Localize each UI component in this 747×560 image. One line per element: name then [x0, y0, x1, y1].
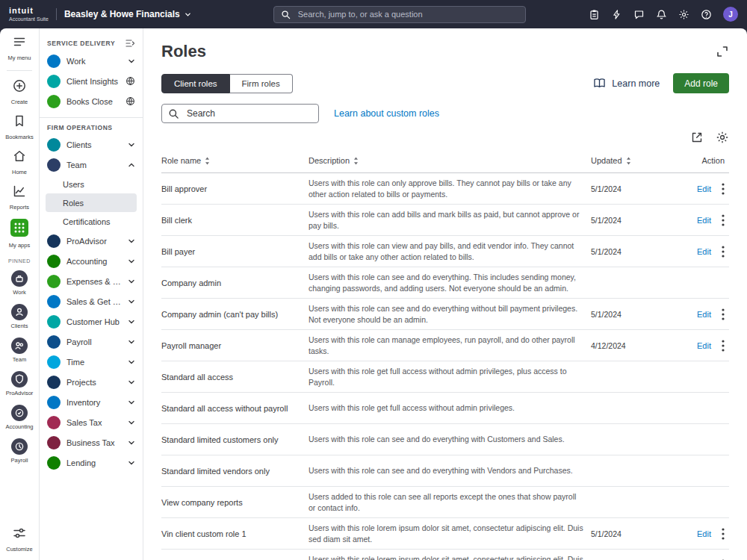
sidebar-item-sales-get-paid[interactable]: Sales & Get Paid: [40, 291, 143, 311]
add-role-button[interactable]: Add role: [673, 73, 729, 93]
rail-pinned-work[interactable]: Work: [11, 270, 28, 296]
tab-firm-roles[interactable]: Firm roles: [230, 74, 293, 93]
clipboard-icon[interactable]: [589, 9, 600, 20]
gear-icon[interactable]: [678, 9, 689, 20]
chevron-down-icon: [128, 141, 135, 149]
learn-more-link[interactable]: Learn more: [592, 78, 660, 89]
help-icon[interactable]: [701, 9, 712, 20]
chevron-down-icon: [185, 11, 191, 18]
suite-label: Accountant Suite: [9, 16, 49, 22]
sidebar-item-icon: [47, 138, 61, 152]
sidebar-item-projects[interactable]: Projects: [40, 372, 143, 392]
rail-item-label: Work: [13, 289, 25, 296]
rail-pinned-accounting[interactable]: Accounting: [5, 405, 33, 430]
sidebar-item-sales-tax[interactable]: Sales Tax: [40, 412, 143, 432]
rail-pinned-team[interactable]: Team: [11, 337, 28, 363]
kebab-menu-icon[interactable]: [722, 308, 725, 320]
gear-icon[interactable]: [716, 131, 729, 144]
topbar: intuit Accountant Suite Beasley & Howe F…: [0, 0, 747, 28]
rail-divider: [7, 70, 32, 71]
sort-icon[interactable]: [626, 157, 631, 165]
rail-item-create[interactable]: Create: [11, 78, 28, 105]
table-row: View company reports Users added to this…: [161, 487, 729, 518]
sidebar-item-clients[interactable]: Clients: [40, 134, 143, 155]
sidebar-item-icon: [47, 315, 61, 329]
fullscreen-icon[interactable]: [716, 45, 729, 58]
kebab-menu-icon[interactable]: [722, 214, 725, 226]
sidebar-subitem-certifications[interactable]: Certifications: [46, 212, 137, 231]
sidebar-item-accounting[interactable]: Accounting: [40, 251, 143, 271]
bell-icon[interactable]: [656, 9, 667, 20]
sidebar-item-expenses-bills[interactable]: Expenses & Bills: [40, 271, 143, 291]
edit-link[interactable]: Edit: [697, 247, 711, 256]
column-header-description[interactable]: Description: [309, 156, 591, 165]
company-switcher[interactable]: Beasley & Howe Financials: [64, 9, 191, 19]
rail-pinned-proadvisor[interactable]: ProAdvisor: [6, 371, 34, 396]
global-search[interactable]: [273, 6, 526, 23]
sidebar-item-team[interactable]: Team: [40, 155, 143, 175]
plus-circle-icon: [12, 78, 27, 96]
rail-item-my-menu[interactable]: My menu: [8, 34, 31, 61]
learn-about-custom-roles-link[interactable]: Learn about custom roles: [334, 108, 439, 119]
intuit-logo: intuit Accountant Suite: [9, 7, 49, 22]
column-header-role-name[interactable]: Role name: [161, 156, 309, 165]
rail-pinned-clients[interactable]: Clients: [11, 304, 28, 329]
sidebar-item-work[interactable]: Work: [40, 51, 143, 71]
collapse-sidebar-icon[interactable]: [125, 39, 135, 48]
roles-table: Role name Description Updated Action: [161, 149, 729, 560]
rail-item-customize[interactable]: Customize: [6, 526, 32, 553]
column-header-updated[interactable]: Updated: [591, 156, 681, 165]
topbar-divider: [56, 8, 57, 20]
chat-icon[interactable]: [633, 9, 645, 20]
sidebar-subitem-users[interactable]: Users: [46, 175, 137, 193]
sort-icon[interactable]: [353, 157, 359, 165]
rail-item-my-apps[interactable]: My apps: [9, 219, 30, 249]
roles-search-input[interactable]: [185, 108, 312, 119]
global-search-input[interactable]: [297, 9, 518, 19]
kebab-menu-icon[interactable]: [722, 246, 725, 258]
sidebar-item-lending[interactable]: Lending: [40, 452, 143, 473]
rail-pinned-payroll[interactable]: Payroll: [11, 438, 28, 464]
sidebar-item-customer-hub[interactable]: Customer Hub: [40, 311, 143, 332]
edit-link[interactable]: Edit: [697, 184, 711, 193]
edit-link[interactable]: Edit: [697, 529, 711, 538]
chevron-down-icon: [128, 298, 135, 305]
export-icon[interactable]: [690, 131, 704, 144]
sidebar-item-business-tax[interactable]: Business Tax: [40, 432, 143, 452]
sidebar-item-payroll[interactable]: Payroll: [40, 332, 143, 352]
kebab-menu-icon[interactable]: [722, 183, 725, 195]
chevron-down-icon: [128, 439, 135, 447]
sidebar-item-proadvisor[interactable]: ProAdvisor: [40, 231, 143, 251]
main-panel: Roles Client roles Firm roles Learn more…: [143, 28, 747, 560]
shield-icon: [11, 371, 28, 388]
sidebar-item-books-close[interactable]: Books Close: [40, 91, 143, 111]
rail-item-bookmarks[interactable]: Bookmarks: [5, 113, 34, 140]
role-name: Vin client custom role 1: [161, 529, 309, 538]
sidebar-item-client-insights[interactable]: Client Insights: [40, 71, 143, 91]
sidebar-item-icon: [47, 158, 61, 172]
edit-link[interactable]: Edit: [697, 310, 711, 319]
column-label: Description: [309, 156, 350, 165]
learn-more-label: Learn more: [612, 78, 660, 89]
tab-client-roles[interactable]: Client roles: [161, 74, 230, 93]
sidebar-item-time[interactable]: Time: [40, 352, 143, 372]
lightning-icon[interactable]: [611, 9, 622, 20]
table-row: Payroll manager Users with this role can…: [161, 330, 729, 361]
edit-link[interactable]: Edit: [697, 216, 711, 225]
table-row: Standard all access without payroll User…: [161, 393, 729, 424]
sidebar-subitem-roles[interactable]: Roles: [46, 193, 137, 212]
table-row: Bill payer Users with this role can view…: [161, 236, 729, 267]
role-actions: Edit: [681, 246, 729, 258]
kebab-menu-icon[interactable]: [722, 528, 725, 540]
role-updated: 4/12/2024: [591, 341, 681, 350]
sidebar-item-label: Accounting: [66, 257, 122, 266]
edit-link[interactable]: Edit: [697, 341, 711, 350]
sidebar-item-inventory[interactable]: Inventory: [40, 392, 143, 412]
rail-item-home[interactable]: Home: [12, 149, 27, 175]
role-description: Users with this role can manage employee…: [309, 335, 591, 355]
kebab-menu-icon[interactable]: [722, 340, 725, 352]
roles-search[interactable]: [161, 104, 319, 123]
rail-item-reports[interactable]: Reports: [10, 184, 29, 211]
avatar[interactable]: J: [723, 7, 738, 22]
sort-icon[interactable]: [205, 157, 210, 165]
